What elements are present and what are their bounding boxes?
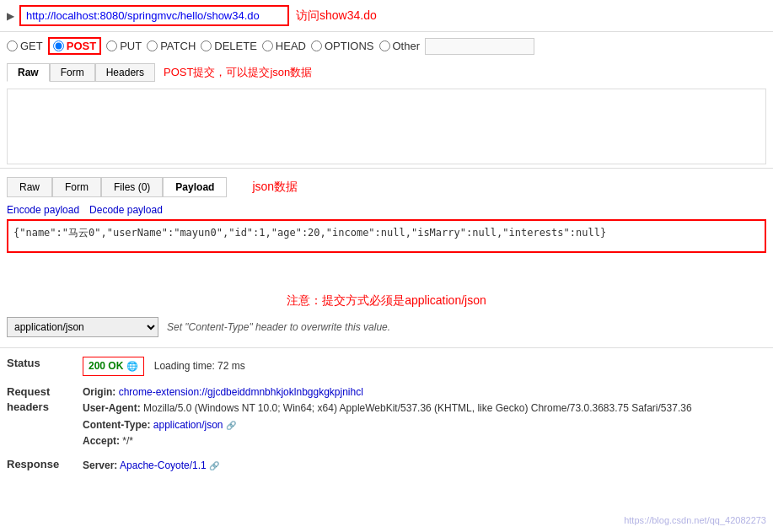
decode-payload-link[interactable]: Decode payload [89,204,163,216]
server-icon: 🔗 [209,461,219,470]
spacer [0,255,773,288]
url-annotation: 访问show34.do [296,8,377,24]
url-display: http://localhost:8080/springmvc/hello/sh… [19,5,289,26]
section-tab-files[interactable]: Files (0) [101,177,163,197]
top-bar: ▶ http://localhost:8080/springmvc/hello/… [0,0,773,32]
method-row: GET POST PUT PATCH DELETE HEAD OPTIONS O… [0,32,773,60]
tab-row: Raw Form Headers POST提交，可以提交json数据 [0,60,773,85]
method-options[interactable]: OPTIONS [311,40,374,52]
tab-headers[interactable]: Headers [95,63,155,82]
tab-annotation: POST提交，可以提交json数据 [164,65,312,80]
bottom-section: Status 200 OK 🌐 Loading time: 72 ms Requ… [0,347,773,491]
method-patch[interactable]: PATCH [147,40,196,52]
loading-time: Loading time: 72 ms [154,360,245,372]
server-label: Server: [83,459,117,471]
method-other[interactable]: Other [379,40,421,52]
status-row: Status 200 OK 🌐 Loading time: 72 ms [7,357,766,376]
section-tabs: Raw Form Files (0) Payload json数据 [0,172,773,202]
method-head[interactable]: HEAD [262,40,306,52]
status-badge: 200 OK 🌐 [83,357,144,376]
expand-icon[interactable]: ▶ [7,10,14,22]
request-headers-row: Request headers Origin: chrome-extension… [7,384,766,449]
ct-value: application/json [153,419,223,431]
status-label: Status [7,357,83,376]
method-get[interactable]: GET [7,40,43,52]
origin-label: Origin: [83,386,115,398]
globe-icon: 🌐 [126,359,138,374]
divider1 [0,168,773,169]
tab-form[interactable]: Form [50,63,95,82]
content-type-hint: Set "Content-Type" header to overwrite t… [167,321,390,333]
section-tab-raw[interactable]: Raw [7,177,52,197]
method-put[interactable]: PUT [106,40,142,52]
ua-value: Mozilla/5.0 (Windows NT 10.0; Win64; x64… [143,402,692,414]
response-row: Response Server: Apache-Coyote/1.1 🔗 [7,458,766,474]
ua-label: User-Agent: [83,402,141,414]
method-post[interactable]: POST [48,37,101,55]
json-annotation: json数据 [252,180,298,195]
method-delete[interactable]: DELETE [201,40,257,52]
body-top-area [7,89,766,164]
origin-value[interactable]: chrome-extension://gjcdbeiddmnbhkjoklnbg… [119,386,363,398]
request-headers-value: Origin: chrome-extension://gjcdbeiddmnbh… [83,384,692,449]
encode-payload-link[interactable]: Encode payload [7,204,79,216]
encode-row: Encode payload Decode payload [0,202,773,218]
accept-value: */* [122,435,133,447]
response-value: Server: Apache-Coyote/1.1 🔗 [83,458,219,474]
server-value: Apache-Coyote/1.1 [120,459,207,471]
section-tab-form[interactable]: Form [52,177,101,197]
status-value: 200 OK 🌐 Loading time: 72 ms [83,357,245,376]
content-type-select[interactable]: application/json [7,317,158,337]
accept-label: Accept: [83,435,120,447]
tab-raw[interactable]: Raw [7,63,50,82]
content-type-row: application/json Set "Content-Type" head… [0,314,773,341]
response-label: Response [7,458,83,474]
payload-area[interactable]: {"name":"马云0","userName":"mayun0","id":1… [7,219,766,253]
ct-icon: 🔗 [226,421,236,430]
status-code: 200 OK [89,358,123,374]
note-annotation: 注意：提交方式必须是application/json [0,288,773,314]
request-headers-label: Request headers [7,384,83,449]
other-input[interactable] [425,38,534,55]
section-tab-payload[interactable]: Payload [163,177,227,197]
ct-label: Content-Type: [83,419,150,431]
